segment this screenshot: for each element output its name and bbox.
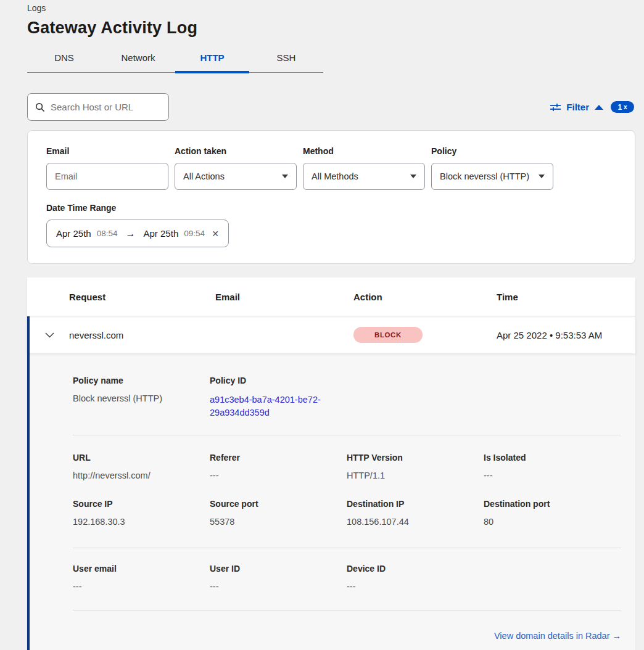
network-detail-section: Source IP 192.168.30.3 Source port 55378… xyxy=(73,499,621,527)
is-isolated-label: Is Isolated xyxy=(484,453,621,463)
filter-label: Filter xyxy=(566,102,589,112)
policy-label: Policy xyxy=(431,146,553,156)
action-taken-value: All Actions xyxy=(183,171,225,181)
email-filter-field: Email xyxy=(46,146,168,190)
row-request: neverssl.com xyxy=(69,330,215,340)
arrow-right-icon: → xyxy=(123,228,138,239)
table-header-row: Request Email Action Time xyxy=(27,278,635,316)
section-divider xyxy=(73,610,621,611)
tab-network[interactable]: Network xyxy=(101,52,175,72)
referer-label: Referer xyxy=(210,453,347,463)
user-id-label: User ID xyxy=(210,564,347,574)
activity-log-table: Request Email Action Time neverssl.com B… xyxy=(27,278,635,650)
search-box[interactable] xyxy=(27,93,169,121)
breadcrumb[interactable]: Logs xyxy=(27,3,644,13)
email-filter-input[interactable] xyxy=(46,163,168,190)
device-id-label: Device ID xyxy=(347,564,484,574)
device-id-detail: Device ID --- xyxy=(347,564,484,591)
active-tab-indicator xyxy=(175,71,249,73)
column-header-time: Time xyxy=(497,292,635,302)
filter-count: 1 xyxy=(617,103,622,112)
user-email-value: --- xyxy=(73,582,210,591)
action-taken-field: Action taken All Actions xyxy=(175,146,297,190)
caret-down-icon xyxy=(539,175,545,178)
tab-bar: DNS Network HTTP SSH xyxy=(27,52,323,73)
user-email-label: User email xyxy=(73,564,210,574)
policy-id-detail: Policy ID a91c3eb4-ba7a-4201-be72-29a934… xyxy=(210,376,347,419)
method-select[interactable]: All Methods xyxy=(303,163,425,190)
is-isolated-value: --- xyxy=(484,471,621,480)
destination-port-value: 80 xyxy=(484,517,621,527)
policy-id-link[interactable]: a91c3eb4-ba7a-4201-be72-29a934dd359d xyxy=(210,393,332,419)
status-badge-block: BLOCK xyxy=(353,327,423,343)
date-time-range-field: Date Time Range Apr 25th 08:54 → Apr 25t… xyxy=(46,203,616,247)
radar-link-row: View domain details in Radar → xyxy=(73,630,621,641)
http-detail-section: URL http://neverssl.com/ Referer --- HTT… xyxy=(73,453,621,480)
date-time-range-label: Date Time Range xyxy=(46,203,616,213)
row-time: Apr 25 2022 • 9:53:53 AM xyxy=(497,330,635,340)
column-header-action: Action xyxy=(353,292,497,302)
row-details-panel: Policy name Block neverssl (HTTP) Policy… xyxy=(27,353,635,650)
url-value: http://neverssl.com/ xyxy=(73,471,210,480)
close-icon[interactable]: ✕ xyxy=(212,229,219,239)
table-row[interactable]: neverssl.com BLOCK Apr 25 2022 • 9:53:53… xyxy=(27,316,635,353)
device-id-value: --- xyxy=(347,582,484,591)
policy-id-label: Policy ID xyxy=(210,376,347,385)
source-ip-value: 192.168.30.3 xyxy=(73,517,210,527)
policy-name-detail: Policy name Block neverssl (HTTP) xyxy=(73,376,210,419)
action-taken-label: Action taken xyxy=(175,146,297,156)
url-detail: URL http://neverssl.com/ xyxy=(73,453,210,480)
source-port-detail: Source port 55378 xyxy=(210,499,347,527)
filter-sliders-icon xyxy=(550,103,561,112)
method-field: Method All Methods xyxy=(303,146,425,190)
filter-count-badge[interactable]: 1 x xyxy=(611,101,634,113)
range-end-date: Apr 25th xyxy=(144,228,179,239)
user-id-detail: User ID --- xyxy=(210,564,347,591)
range-start-time: 08:54 xyxy=(97,229,118,238)
method-label: Method xyxy=(303,146,425,156)
policy-name-value: Block neverssl (HTTP) xyxy=(73,393,210,403)
filter-panel: Email Action taken All Actions Method Al… xyxy=(27,130,635,264)
caret-up-icon xyxy=(595,105,603,110)
filter-toggle-button[interactable]: Filter 1 x xyxy=(550,101,635,113)
caret-down-icon xyxy=(282,175,288,178)
destination-ip-label: Destination IP xyxy=(347,499,484,509)
row-action: BLOCK xyxy=(353,327,497,343)
caret-down-icon xyxy=(410,175,416,178)
range-start-date: Apr 25th xyxy=(56,228,91,239)
destination-ip-value: 108.156.107.44 xyxy=(347,517,484,527)
http-version-value: HTTP/1.1 xyxy=(347,471,484,480)
referer-value: --- xyxy=(210,471,347,480)
tab-dns[interactable]: DNS xyxy=(27,52,101,72)
search-input[interactable] xyxy=(51,102,161,112)
source-port-label: Source port xyxy=(210,499,347,509)
filter-field-row: Email Action taken All Actions Method Al… xyxy=(46,146,616,190)
destination-ip-detail: Destination IP 108.156.107.44 xyxy=(347,499,484,527)
range-end-time: 09:54 xyxy=(184,229,205,238)
policy-section: Policy name Block neverssl (HTTP) Policy… xyxy=(73,376,621,419)
destination-port-label: Destination port xyxy=(484,499,621,509)
policy-field: Policy Block neverssl (HTTP) xyxy=(431,146,553,190)
policy-name-label: Policy name xyxy=(73,376,210,385)
clear-filters-icon[interactable]: x xyxy=(624,104,627,110)
search-icon xyxy=(35,102,45,112)
method-value: All Methods xyxy=(312,171,358,181)
row-expander[interactable] xyxy=(30,332,69,338)
date-range-picker[interactable]: Apr 25th 08:54 → Apr 25th 09:54 ✕ xyxy=(46,220,229,247)
action-taken-select[interactable]: All Actions xyxy=(175,163,297,190)
url-label: URL xyxy=(73,453,210,463)
policy-select[interactable]: Block neverssl (HTTP) xyxy=(431,163,553,190)
policy-value: Block neverssl (HTTP) xyxy=(440,171,529,181)
source-ip-label: Source IP xyxy=(73,499,210,509)
tab-http[interactable]: HTTP xyxy=(175,52,249,72)
email-field-label: Email xyxy=(46,146,168,156)
destination-port-detail: Destination port 80 xyxy=(484,499,621,527)
view-domain-in-radar-link[interactable]: View domain details in Radar → xyxy=(494,631,621,641)
chevron-down-icon xyxy=(45,332,54,338)
gateway-activity-log-page: Logs Gateway Activity Log DNS Network HT… xyxy=(0,0,644,650)
user-detail-section: User email --- User ID --- Device ID --- xyxy=(73,564,621,591)
referer-detail: Referer --- xyxy=(210,453,347,480)
section-divider xyxy=(73,435,621,435)
tab-ssh[interactable]: SSH xyxy=(249,52,323,72)
http-version-label: HTTP Version xyxy=(347,453,484,463)
